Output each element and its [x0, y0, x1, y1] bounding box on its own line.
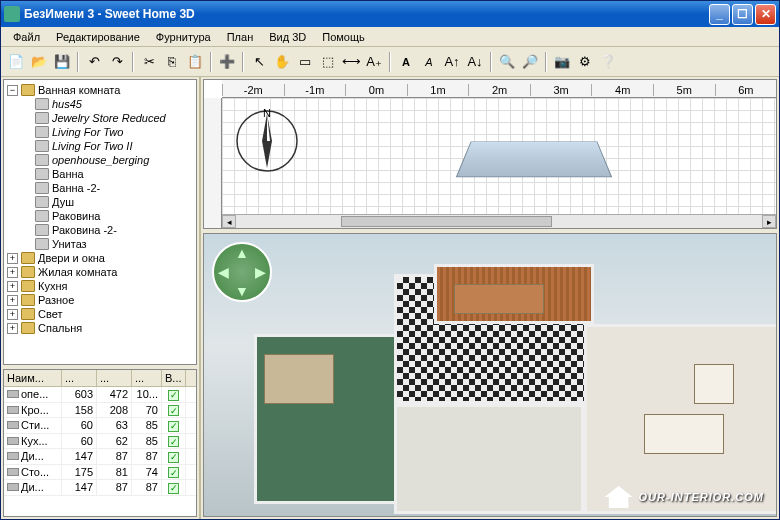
tree-item[interactable]: Раковина -2-: [7, 223, 193, 237]
close-button[interactable]: ✕: [755, 4, 776, 25]
table-row[interactable]: Кро...15820870✓: [4, 403, 196, 419]
maximize-button[interactable]: ☐: [732, 4, 753, 25]
nav-left-icon[interactable]: ◀: [218, 264, 229, 280]
menu-furniture[interactable]: Фурнитура: [148, 29, 219, 45]
table-row[interactable]: Сто...1758174✓: [4, 465, 196, 481]
col-d[interactable]: ...: [97, 370, 132, 386]
tree-category[interactable]: +Двери и окна: [7, 251, 193, 265]
cell-name: опе...: [4, 387, 62, 402]
cell-name: Ди...: [4, 480, 62, 495]
table-row[interactable]: Ди...1478787✓: [4, 449, 196, 465]
right-pane: -2m-1m0m1m2m3m4m5m6m N ◂ ▸ ▲ ◀▶ ▼: [201, 77, 779, 519]
table-row[interactable]: Ди...1478787✓: [4, 480, 196, 496]
preferences-icon[interactable]: ⚙: [574, 51, 596, 73]
cell-visible[interactable]: ✓: [162, 449, 186, 464]
help-icon[interactable]: ❔: [597, 51, 619, 73]
3d-view[interactable]: ▲ ◀▶ ▼ OUR-INTERIOR.COM: [203, 233, 777, 517]
cell-b: 81: [97, 465, 132, 480]
cell-visible[interactable]: ✓: [162, 434, 186, 449]
plan-preview: [456, 142, 612, 178]
cell-c: 70: [132, 403, 162, 418]
redo-icon[interactable]: ↷: [106, 51, 128, 73]
tree-item[interactable]: Душ: [7, 195, 193, 209]
cell-visible[interactable]: ✓: [162, 480, 186, 495]
add-furniture-icon[interactable]: ➕: [216, 51, 238, 73]
scroll-thumb[interactable]: [341, 216, 551, 227]
tree-root-label: Ванная комната: [38, 84, 120, 96]
col-vis[interactable]: В...: [162, 370, 186, 386]
table-row[interactable]: Кух...606285✓: [4, 434, 196, 450]
cell-a: 147: [62, 480, 97, 495]
cell-visible[interactable]: ✓: [162, 465, 186, 480]
room-icon[interactable]: ⬚: [317, 51, 339, 73]
tree-item[interactable]: Раковина: [7, 209, 193, 223]
tree-root[interactable]: −Ванная комната: [7, 83, 193, 97]
bold-icon[interactable]: A: [395, 51, 417, 73]
plan-view[interactable]: -2m-1m0m1m2m3m4m5m6m N ◂ ▸: [203, 79, 777, 229]
menu-file[interactable]: Файл: [5, 29, 48, 45]
dimension-icon[interactable]: ⟷: [340, 51, 362, 73]
table-row[interactable]: опе...60347210...✓: [4, 387, 196, 403]
cut-icon[interactable]: ✂: [138, 51, 160, 73]
paste-icon[interactable]: 📋: [184, 51, 206, 73]
tree-item[interactable]: Ванна: [7, 167, 193, 181]
wall-icon[interactable]: ▭: [294, 51, 316, 73]
tree-item[interactable]: Ванна -2-: [7, 181, 193, 195]
compass[interactable]: N: [232, 106, 302, 176]
tree-category[interactable]: +Разное: [7, 293, 193, 307]
tree-category[interactable]: +Жилая комната: [7, 265, 193, 279]
cell-visible[interactable]: ✓: [162, 403, 186, 418]
italic-icon[interactable]: A: [418, 51, 440, 73]
zoom-in-icon[interactable]: 🔍: [496, 51, 518, 73]
new-icon[interactable]: 📄: [5, 51, 27, 73]
table-header[interactable]: Наим... ... ... ... В...: [4, 370, 196, 387]
tree-category[interactable]: +Спальня: [7, 321, 193, 335]
scroll-right-icon[interactable]: ▸: [762, 215, 776, 228]
menu-plan[interactable]: План: [219, 29, 262, 45]
titlebar[interactable]: БезИмени 3 - Sweet Home 3D _ ☐ ✕: [1, 1, 779, 27]
pan-icon[interactable]: ✋: [271, 51, 293, 73]
cell-c: 10...: [132, 387, 162, 402]
table-row[interactable]: Сти...606385✓: [4, 418, 196, 434]
scroll-left-icon[interactable]: ◂: [222, 215, 236, 228]
cell-c: 87: [132, 449, 162, 464]
col-h[interactable]: ...: [132, 370, 162, 386]
cell-visible[interactable]: ✓: [162, 387, 186, 402]
tree-item[interactable]: Унитаз: [7, 237, 193, 251]
col-w[interactable]: ...: [62, 370, 97, 386]
furniture-tree[interactable]: −Ванная комната hus45 Jewelry Store Redu…: [3, 79, 197, 365]
tree-item[interactable]: hus45: [7, 97, 193, 111]
text-icon[interactable]: A₊: [363, 51, 385, 73]
3d-scene: [254, 264, 756, 496]
cell-name: Ди...: [4, 449, 62, 464]
col-name[interactable]: Наим...: [4, 370, 62, 386]
nav-down-icon[interactable]: ▼: [235, 283, 249, 299]
scrollbar-horizontal[interactable]: ◂ ▸: [222, 214, 776, 228]
camera-icon[interactable]: 📷: [551, 51, 573, 73]
tree-category[interactable]: +Кухня: [7, 279, 193, 293]
menu-3dview[interactable]: Вид 3D: [261, 29, 314, 45]
decrease-icon[interactable]: A↓: [464, 51, 486, 73]
save-icon[interactable]: 💾: [51, 51, 73, 73]
open-icon[interactable]: 📂: [28, 51, 50, 73]
tree-item[interactable]: openhouse_berging: [7, 153, 193, 167]
select-icon[interactable]: ↖: [248, 51, 270, 73]
nav-up-icon[interactable]: ▲: [235, 245, 249, 261]
separator: [389, 52, 391, 72]
ruler-vertical: [204, 98, 222, 228]
undo-icon[interactable]: ↶: [83, 51, 105, 73]
furniture-sofa: [644, 414, 724, 454]
menu-edit[interactable]: Редактирование: [48, 29, 148, 45]
tree-item[interactable]: Living For Two II: [7, 139, 193, 153]
menu-help[interactable]: Помощь: [314, 29, 373, 45]
tree-category[interactable]: +Свет: [7, 307, 193, 321]
zoom-out-icon[interactable]: 🔎: [519, 51, 541, 73]
cell-visible[interactable]: ✓: [162, 418, 186, 433]
tree-item[interactable]: Jewelry Store Reduced: [7, 111, 193, 125]
tree-item[interactable]: Living For Two: [7, 125, 193, 139]
scroll-track[interactable]: [236, 215, 762, 228]
minimize-button[interactable]: _: [709, 4, 730, 25]
increase-icon[interactable]: A↑: [441, 51, 463, 73]
copy-icon[interactable]: ⎘: [161, 51, 183, 73]
furniture-table[interactable]: Наим... ... ... ... В... опе...60347210.…: [3, 369, 197, 517]
